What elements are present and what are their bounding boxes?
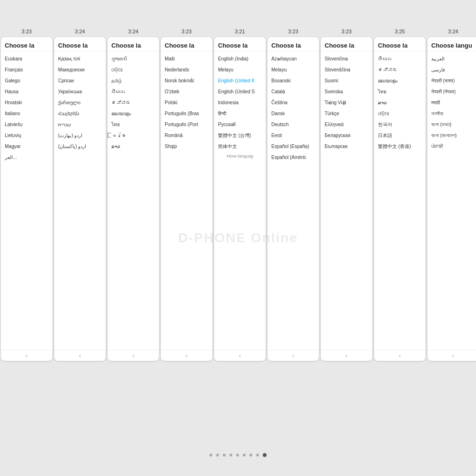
list-item-8-3[interactable]: नेपाली (नेपाल) (427, 86, 476, 97)
list-item-2-1[interactable]: ଓଡ଼ିଆ (108, 64, 159, 75)
chevron-left-icon-3[interactable]: ‹ (186, 352, 188, 359)
list-item-5-1[interactable]: Melayu (268, 64, 319, 75)
list-item-0-5[interactable]: Italiano (1, 108, 52, 119)
list-item-7-4[interactable]: ລາວ (374, 97, 426, 108)
dot-7[interactable] (256, 454, 259, 456)
phone-more-4[interactable]: More languag (214, 152, 266, 160)
list-item-2-5[interactable]: മലയാളം (108, 108, 159, 119)
list-item-5-7[interactable]: Eesti (268, 130, 319, 141)
phone-nav-5[interactable]: ‹ (268, 350, 319, 361)
list-item-5-3[interactable]: Català (268, 86, 319, 97)
phone-nav-0[interactable]: ‹ (1, 350, 52, 361)
list-item-3-5[interactable]: Português (Bras (161, 108, 212, 119)
list-item-7-2[interactable]: മലയാളം (374, 75, 426, 86)
list-item-1-6[interactable]: עברית (54, 119, 106, 130)
dot-8[interactable] (263, 453, 267, 457)
list-item-7-5[interactable]: ଓଡ଼ିଆ (374, 108, 426, 119)
list-item-4-3[interactable]: English (United S (214, 86, 266, 97)
list-item-1-0[interactable]: Қазақ тілі (54, 53, 106, 64)
phone-nav-6[interactable]: ‹ (321, 350, 372, 361)
list-item-2-3[interactable]: తెలుగు (108, 86, 159, 97)
list-item-4-2[interactable]: English (United K (214, 75, 266, 86)
list-item-1-7[interactable]: اردو (بھارت) (54, 130, 106, 141)
dot-4[interactable] (236, 454, 239, 456)
list-item-6-8[interactable]: Български (321, 141, 372, 152)
list-item-2-7[interactable]: မြန်မာ (108, 130, 159, 141)
chevron-left-icon-4[interactable]: ‹ (239, 352, 241, 359)
list-item-4-7[interactable]: 繁體中文 (台灣) (214, 130, 266, 141)
list-item-3-3[interactable]: O'zbek (161, 86, 212, 97)
list-item-3-8[interactable]: Shqip (161, 141, 212, 152)
list-item-8-6[interactable]: বাংলা (ভারত) (427, 119, 476, 130)
list-item-0-2[interactable]: Galego (1, 75, 52, 86)
list-item-1-8[interactable]: اردو (پاکستان) (54, 141, 106, 152)
list-item-2-4[interactable]: ಕನ್ನಡ (108, 97, 159, 108)
dot-5[interactable] (243, 454, 246, 456)
phone-nav-1[interactable]: ‹ (54, 350, 106, 361)
list-item-4-5[interactable]: हिन्दी (214, 108, 266, 119)
list-item-7-7[interactable]: 日本語 (374, 130, 426, 141)
list-item-0-8[interactable]: Magyar (1, 141, 52, 152)
list-item-8-7[interactable]: বাংলা (বাংলাদেশ) (427, 130, 476, 141)
list-item-5-8[interactable]: Español (España) (268, 141, 319, 152)
list-item-7-6[interactable]: 한국어 (374, 119, 426, 130)
list-item-3-4[interactable]: Polski (161, 97, 212, 108)
list-item-3-6[interactable]: Português (Port (161, 119, 212, 130)
phone-nav-8[interactable]: ‹ (427, 350, 476, 361)
chevron-left-icon-0[interactable]: ‹ (26, 352, 28, 359)
list-item-6-7[interactable]: Беларуская (321, 130, 372, 141)
list-item-5-6[interactable]: Deutsch (268, 119, 319, 130)
phone-nav-4[interactable]: ‹ (214, 350, 266, 361)
list-item-6-4[interactable]: Tiếng Việt (321, 97, 372, 108)
list-item-0-7[interactable]: Lietuvių (1, 130, 52, 141)
list-item-0-6[interactable]: Latviešu (1, 119, 52, 130)
list-item-4-1[interactable]: Melayu (214, 64, 266, 75)
list-item-3-7[interactable]: Română (161, 130, 212, 141)
list-item-4-0[interactable]: English (India) (214, 53, 266, 64)
list-item-6-6[interactable]: Ελληνικά (321, 119, 372, 130)
list-item-4-8[interactable]: 简体中文 (214, 141, 266, 152)
list-item-5-9[interactable]: Español (Améric (268, 152, 319, 163)
dot-0[interactable] (209, 454, 212, 456)
phone-nav-7[interactable]: ‹ (374, 350, 426, 361)
chevron-left-icon-1[interactable]: ‹ (79, 352, 81, 359)
list-item-8-2[interactable]: नेपाली (भारत) (427, 75, 476, 86)
list-item-3-2[interactable]: Norsk bokmål (161, 75, 212, 86)
list-item-6-2[interactable]: Suomi (321, 75, 372, 86)
list-item-6-5[interactable]: Türkçe (321, 108, 372, 119)
list-item-5-5[interactable]: Dansk (268, 108, 319, 119)
list-item-2-0[interactable]: ગુજરાતી (108, 53, 159, 64)
list-item-1-5[interactable]: Հայերեն (54, 108, 106, 119)
list-item-1-1[interactable]: Македонски (54, 64, 106, 75)
dot-2[interactable] (223, 454, 226, 456)
list-item-1-3[interactable]: Українська (54, 86, 106, 97)
list-item-8-5[interactable]: অসমীয়া (427, 108, 476, 119)
list-item-8-4[interactable]: मराठी (427, 97, 476, 108)
list-item-7-8[interactable]: 繁體中文 (香港) (374, 141, 426, 152)
list-item-2-6[interactable]: ไทย (108, 119, 159, 130)
phone-nav-3[interactable]: ‹ (161, 350, 212, 361)
list-item-3-1[interactable]: Nederlands (161, 64, 212, 75)
phone-nav-2[interactable]: ‹ (108, 350, 159, 361)
list-item-0-4[interactable]: Hrvatski (1, 97, 52, 108)
dot-3[interactable] (229, 454, 232, 456)
list-item-6-3[interactable]: Svenska (321, 86, 372, 97)
list-item-4-6[interactable]: Русский (214, 119, 266, 130)
list-item-0-9[interactable]: العر... (1, 152, 52, 163)
list-item-0-0[interactable]: Euskara (1, 53, 52, 64)
list-item-5-0[interactable]: Azərbaycan (268, 53, 319, 64)
list-item-5-4[interactable]: Čeština (268, 97, 319, 108)
list-item-3-0[interactable]: Malti (161, 53, 212, 64)
list-item-8-0[interactable]: العربية (427, 53, 476, 64)
list-item-2-8[interactable]: ລາວ (108, 141, 159, 152)
list-item-7-3[interactable]: ไทย (374, 86, 426, 97)
list-item-7-0[interactable]: తెలుగు (374, 53, 426, 64)
chevron-left-icon-6[interactable]: ‹ (346, 352, 347, 359)
list-item-1-4[interactable]: ქართული (54, 97, 106, 108)
list-item-1-2[interactable]: Српски (54, 75, 106, 86)
chevron-left-icon-5[interactable]: ‹ (292, 352, 294, 359)
list-item-6-1[interactable]: Slovenščina (321, 64, 372, 75)
list-item-8-1[interactable]: فارسی (427, 64, 476, 75)
list-item-4-4[interactable]: Indonesia (214, 97, 266, 108)
list-item-8-8[interactable]: ਪੰਜਾਬੀ (427, 141, 476, 152)
